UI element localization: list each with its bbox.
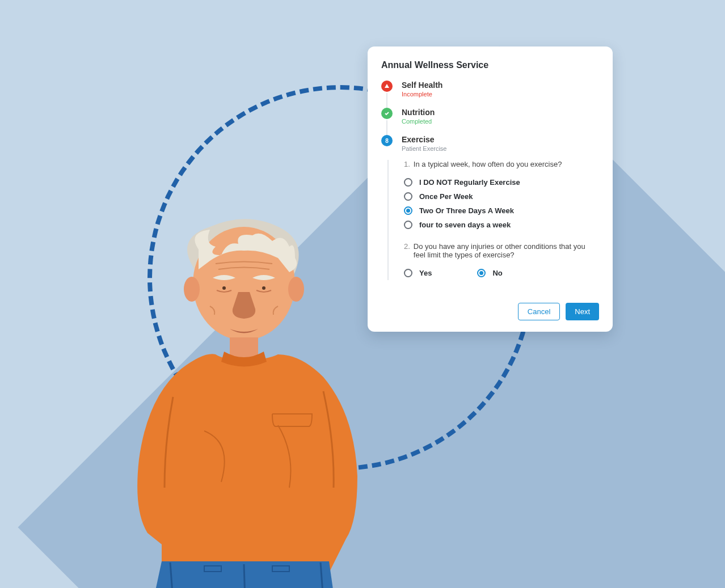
step-status: Completed [402,118,599,125]
person-illustration [119,215,380,588]
alert-icon [381,81,393,92]
radio-icon [477,269,486,277]
step-number-icon: 8 [381,135,393,146]
step-list: Self Health Incomplete Nutrition Complet… [381,81,599,290]
option-label: Once Per Week [419,192,473,201]
connector-line [387,160,389,280]
options-q1: I DO NOT Regularly Exercise Once Per Wee… [404,175,599,232]
svg-point-4 [262,286,265,290]
check-icon [381,108,393,119]
svg-point-1 [184,277,200,302]
options-q2: Yes No [404,266,599,280]
card-actions: Cancel Next [381,301,599,320]
step-description: Patient Exercise [402,145,599,152]
step-status: Incomplete [402,91,599,98]
next-button[interactable]: Next [566,303,599,320]
question-1: 1. In a typical week, how often do you e… [404,160,599,168]
question-2: 2. Do you have any injuries or other con… [404,242,599,259]
step-title: Self Health [402,81,599,90]
option-label: I DO NOT Regularly Exercise [419,178,520,187]
svg-point-3 [222,286,226,290]
radio-option-no-exercise[interactable]: I DO NOT Regularly Exercise [404,175,599,189]
radio-option-once-week[interactable]: Once Per Week [404,189,599,204]
connector-line [386,120,387,136]
connector-line [386,93,387,109]
question-number: 2. [404,242,410,259]
step-title: Nutrition [402,108,599,117]
step-exercise[interactable]: 8 Exercise Patient Exercise 1. In a typi… [381,135,599,290]
cancel-button[interactable]: Cancel [518,303,560,320]
option-label: Yes [419,269,432,277]
radio-icon [404,192,412,201]
radio-icon [404,178,412,187]
step-self-health[interactable]: Self Health Incomplete [381,81,599,108]
radio-icon [404,269,412,277]
card-title: Annual Wellness Service [381,60,599,70]
radio-icon [404,206,412,215]
svg-point-2 [288,277,304,302]
svg-rect-5 [230,337,258,357]
question-number: 1. [404,160,410,168]
option-label: No [492,269,502,277]
radio-icon [404,221,412,229]
question-section: 1. In a typical week, how often do you e… [402,160,599,280]
radio-option-yes[interactable]: Yes [404,266,432,280]
option-label: four to seven days a week [419,221,511,229]
wellness-card: Annual Wellness Service Self Health Inco… [368,46,613,332]
question-text: Do you have any injuries or other condit… [414,242,599,259]
radio-option-four-seven-days[interactable]: four to seven days a week [404,218,599,232]
question-text: In a typical week, how often do you exer… [414,160,562,168]
radio-option-two-three-days[interactable]: Two Or Three Days A Week [404,204,599,218]
radio-option-no[interactable]: No [477,266,502,280]
step-nutrition[interactable]: Nutrition Completed [381,108,599,135]
option-label: Two Or Three Days A Week [419,206,514,215]
step-title: Exercise [402,135,599,144]
